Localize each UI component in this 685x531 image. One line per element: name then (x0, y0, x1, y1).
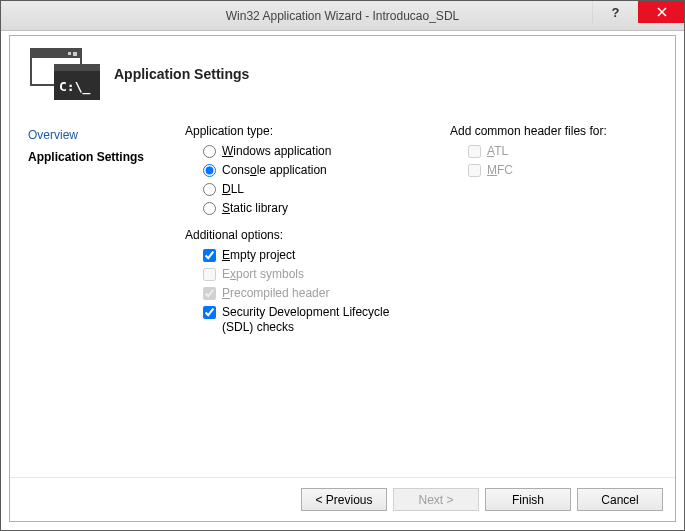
cancel-button[interactable]: Cancel (577, 488, 663, 511)
radio-static-library[interactable] (203, 202, 216, 215)
content-area: C:\_ Application Settings Overview Appli… (1, 31, 684, 530)
additional-options-label: Additional options: (185, 228, 430, 242)
option-dll[interactable]: DLL (185, 180, 430, 199)
checkbox-sdl-checks-label: Security Development Lifecycle (SDL) che… (222, 305, 412, 335)
left-column: Application type: Windows application Co… (185, 124, 430, 477)
option-empty-project[interactable]: Empty project (185, 246, 430, 265)
finish-button[interactable]: Finish (485, 488, 571, 511)
window-title: Win32 Application Wizard - Introducao_SD… (1, 9, 684, 23)
option-static-library[interactable]: Static library (185, 199, 430, 218)
checkbox-empty-project[interactable] (203, 249, 216, 262)
titlebar: Win32 Application Wizard - Introducao_SD… (1, 1, 684, 31)
option-windows-application[interactable]: Windows application (185, 142, 430, 161)
application-type-label: Application type: (185, 124, 430, 138)
checkbox-mfc-label: MFC (487, 163, 513, 178)
header-area: C:\_ Application Settings (10, 36, 675, 110)
checkbox-export-symbols (203, 268, 216, 281)
sidebar-item-application-settings[interactable]: Application Settings (28, 146, 175, 168)
help-button[interactable]: ? (592, 1, 638, 23)
checkbox-atl-label: ATL (487, 144, 508, 159)
checkbox-atl (468, 145, 481, 158)
checkbox-sdl-checks[interactable] (203, 306, 216, 319)
footer: < Previous Next > Finish Cancel (10, 477, 675, 521)
radio-static-library-label: Static library (222, 201, 288, 216)
radio-windows-application[interactable] (203, 145, 216, 158)
option-console-application[interactable]: Console application (185, 161, 430, 180)
page-title: Application Settings (114, 66, 249, 82)
sidebar-item-overview[interactable]: Overview (28, 124, 175, 146)
radio-windows-application-label: Windows application (222, 144, 331, 159)
common-headers-label: Add common header files for: (450, 124, 675, 138)
inner-panel: C:\_ Application Settings Overview Appli… (9, 35, 676, 522)
close-icon (657, 7, 667, 17)
checkbox-precompiled-header (203, 287, 216, 300)
option-sdl-checks[interactable]: Security Development Lifecycle (SDL) che… (185, 303, 430, 337)
close-button[interactable] (638, 1, 684, 23)
wizard-logo-icon: C:\_ (26, 46, 98, 102)
option-precompiled-header: Precompiled header (185, 284, 430, 303)
wizard-window: Win32 Application Wizard - Introducao_SD… (0, 0, 685, 531)
checkbox-empty-project-label: Empty project (222, 248, 295, 263)
option-mfc: MFC (450, 161, 675, 180)
radio-console-application-label: Console application (222, 163, 327, 178)
titlebar-buttons: ? (592, 1, 684, 30)
option-export-symbols: Export symbols (185, 265, 430, 284)
next-button: Next > (393, 488, 479, 511)
main-area: Application type: Windows application Co… (185, 110, 675, 477)
body-area: Overview Application Settings Applicatio… (10, 110, 675, 477)
sidebar: Overview Application Settings (10, 110, 185, 477)
radio-dll[interactable] (203, 183, 216, 196)
radio-console-application[interactable] (203, 164, 216, 177)
option-atl: ATL (450, 142, 675, 161)
checkbox-precompiled-header-label: Precompiled header (222, 286, 329, 301)
radio-dll-label: DLL (222, 182, 244, 197)
previous-button[interactable]: < Previous (301, 488, 387, 511)
checkbox-mfc (468, 164, 481, 177)
checkbox-export-symbols-label: Export symbols (222, 267, 304, 282)
right-column: Add common header files for: ATL MFC (450, 124, 675, 477)
